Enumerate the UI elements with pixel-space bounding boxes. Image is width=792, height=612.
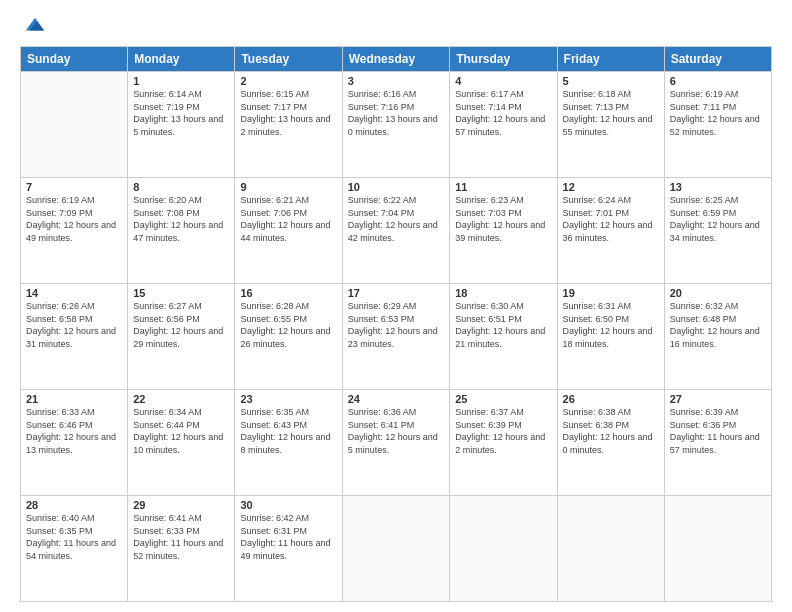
calendar-cell: 5Sunrise: 6:18 AMSunset: 7:13 PMDaylight… xyxy=(557,72,664,178)
day-info: Sunrise: 6:29 AMSunset: 6:53 PMDaylight:… xyxy=(348,300,445,350)
day-number: 23 xyxy=(240,393,336,405)
day-number: 11 xyxy=(455,181,551,193)
weekday-header: Sunday xyxy=(21,47,128,72)
day-number: 13 xyxy=(670,181,766,193)
calendar-week-row: 7Sunrise: 6:19 AMSunset: 7:09 PMDaylight… xyxy=(21,178,772,284)
day-number: 12 xyxy=(563,181,659,193)
calendar-cell: 15Sunrise: 6:27 AMSunset: 6:56 PMDayligh… xyxy=(128,284,235,390)
day-number: 22 xyxy=(133,393,229,405)
day-number: 20 xyxy=(670,287,766,299)
day-info: Sunrise: 6:39 AMSunset: 6:36 PMDaylight:… xyxy=(670,406,766,456)
weekday-header: Monday xyxy=(128,47,235,72)
day-number: 25 xyxy=(455,393,551,405)
day-number: 2 xyxy=(240,75,336,87)
day-info: Sunrise: 6:37 AMSunset: 6:39 PMDaylight:… xyxy=(455,406,551,456)
calendar-cell xyxy=(450,496,557,602)
day-number: 8 xyxy=(133,181,229,193)
calendar-week-row: 21Sunrise: 6:33 AMSunset: 6:46 PMDayligh… xyxy=(21,390,772,496)
calendar-week-row: 1Sunrise: 6:14 AMSunset: 7:19 PMDaylight… xyxy=(21,72,772,178)
calendar-cell: 18Sunrise: 6:30 AMSunset: 6:51 PMDayligh… xyxy=(450,284,557,390)
calendar-cell: 14Sunrise: 6:26 AMSunset: 6:58 PMDayligh… xyxy=(21,284,128,390)
day-number: 21 xyxy=(26,393,122,405)
weekday-header: Friday xyxy=(557,47,664,72)
day-info: Sunrise: 6:20 AMSunset: 7:08 PMDaylight:… xyxy=(133,194,229,244)
logo xyxy=(20,18,46,36)
calendar-cell: 2Sunrise: 6:15 AMSunset: 7:17 PMDaylight… xyxy=(235,72,342,178)
calendar-cell: 23Sunrise: 6:35 AMSunset: 6:43 PMDayligh… xyxy=(235,390,342,496)
day-info: Sunrise: 6:34 AMSunset: 6:44 PMDaylight:… xyxy=(133,406,229,456)
day-number: 30 xyxy=(240,499,336,511)
weekday-header: Saturday xyxy=(664,47,771,72)
day-number: 28 xyxy=(26,499,122,511)
day-info: Sunrise: 6:42 AMSunset: 6:31 PMDaylight:… xyxy=(240,512,336,562)
calendar-cell: 6Sunrise: 6:19 AMSunset: 7:11 PMDaylight… xyxy=(664,72,771,178)
calendar-cell xyxy=(557,496,664,602)
day-number: 18 xyxy=(455,287,551,299)
calendar-cell: 9Sunrise: 6:21 AMSunset: 7:06 PMDaylight… xyxy=(235,178,342,284)
calendar-cell: 10Sunrise: 6:22 AMSunset: 7:04 PMDayligh… xyxy=(342,178,450,284)
day-info: Sunrise: 6:25 AMSunset: 6:59 PMDaylight:… xyxy=(670,194,766,244)
calendar-cell: 16Sunrise: 6:28 AMSunset: 6:55 PMDayligh… xyxy=(235,284,342,390)
calendar-cell xyxy=(21,72,128,178)
day-number: 3 xyxy=(348,75,445,87)
calendar-cell: 19Sunrise: 6:31 AMSunset: 6:50 PMDayligh… xyxy=(557,284,664,390)
calendar-cell: 21Sunrise: 6:33 AMSunset: 6:46 PMDayligh… xyxy=(21,390,128,496)
day-info: Sunrise: 6:35 AMSunset: 6:43 PMDaylight:… xyxy=(240,406,336,456)
day-info: Sunrise: 6:23 AMSunset: 7:03 PMDaylight:… xyxy=(455,194,551,244)
calendar-cell: 12Sunrise: 6:24 AMSunset: 7:01 PMDayligh… xyxy=(557,178,664,284)
day-number: 6 xyxy=(670,75,766,87)
day-info: Sunrise: 6:16 AMSunset: 7:16 PMDaylight:… xyxy=(348,88,445,138)
weekday-header: Thursday xyxy=(450,47,557,72)
day-info: Sunrise: 6:18 AMSunset: 7:13 PMDaylight:… xyxy=(563,88,659,138)
calendar-cell: 29Sunrise: 6:41 AMSunset: 6:33 PMDayligh… xyxy=(128,496,235,602)
page-header xyxy=(20,18,772,36)
calendar-week-row: 28Sunrise: 6:40 AMSunset: 6:35 PMDayligh… xyxy=(21,496,772,602)
day-info: Sunrise: 6:21 AMSunset: 7:06 PMDaylight:… xyxy=(240,194,336,244)
calendar-header-row: SundayMondayTuesdayWednesdayThursdayFrid… xyxy=(21,47,772,72)
calendar-cell: 30Sunrise: 6:42 AMSunset: 6:31 PMDayligh… xyxy=(235,496,342,602)
day-number: 14 xyxy=(26,287,122,299)
day-info: Sunrise: 6:28 AMSunset: 6:55 PMDaylight:… xyxy=(240,300,336,350)
day-number: 26 xyxy=(563,393,659,405)
calendar-cell: 26Sunrise: 6:38 AMSunset: 6:38 PMDayligh… xyxy=(557,390,664,496)
day-number: 29 xyxy=(133,499,229,511)
day-number: 9 xyxy=(240,181,336,193)
day-info: Sunrise: 6:19 AMSunset: 7:11 PMDaylight:… xyxy=(670,88,766,138)
weekday-header: Wednesday xyxy=(342,47,450,72)
day-info: Sunrise: 6:36 AMSunset: 6:41 PMDaylight:… xyxy=(348,406,445,456)
weekday-header: Tuesday xyxy=(235,47,342,72)
calendar-cell xyxy=(664,496,771,602)
day-info: Sunrise: 6:19 AMSunset: 7:09 PMDaylight:… xyxy=(26,194,122,244)
day-info: Sunrise: 6:41 AMSunset: 6:33 PMDaylight:… xyxy=(133,512,229,562)
calendar-cell: 22Sunrise: 6:34 AMSunset: 6:44 PMDayligh… xyxy=(128,390,235,496)
day-info: Sunrise: 6:40 AMSunset: 6:35 PMDaylight:… xyxy=(26,512,122,562)
day-number: 5 xyxy=(563,75,659,87)
calendar-cell: 13Sunrise: 6:25 AMSunset: 6:59 PMDayligh… xyxy=(664,178,771,284)
day-number: 10 xyxy=(348,181,445,193)
day-info: Sunrise: 6:17 AMSunset: 7:14 PMDaylight:… xyxy=(455,88,551,138)
day-info: Sunrise: 6:32 AMSunset: 6:48 PMDaylight:… xyxy=(670,300,766,350)
day-number: 17 xyxy=(348,287,445,299)
calendar-cell: 20Sunrise: 6:32 AMSunset: 6:48 PMDayligh… xyxy=(664,284,771,390)
day-info: Sunrise: 6:33 AMSunset: 6:46 PMDaylight:… xyxy=(26,406,122,456)
day-info: Sunrise: 6:14 AMSunset: 7:19 PMDaylight:… xyxy=(133,88,229,138)
logo-icon xyxy=(24,14,46,36)
calendar-cell: 25Sunrise: 6:37 AMSunset: 6:39 PMDayligh… xyxy=(450,390,557,496)
day-info: Sunrise: 6:15 AMSunset: 7:17 PMDaylight:… xyxy=(240,88,336,138)
calendar-cell: 4Sunrise: 6:17 AMSunset: 7:14 PMDaylight… xyxy=(450,72,557,178)
calendar-cell: 8Sunrise: 6:20 AMSunset: 7:08 PMDaylight… xyxy=(128,178,235,284)
day-number: 24 xyxy=(348,393,445,405)
day-number: 16 xyxy=(240,287,336,299)
day-info: Sunrise: 6:26 AMSunset: 6:58 PMDaylight:… xyxy=(26,300,122,350)
calendar-cell: 17Sunrise: 6:29 AMSunset: 6:53 PMDayligh… xyxy=(342,284,450,390)
day-info: Sunrise: 6:27 AMSunset: 6:56 PMDaylight:… xyxy=(133,300,229,350)
calendar-cell: 11Sunrise: 6:23 AMSunset: 7:03 PMDayligh… xyxy=(450,178,557,284)
calendar-cell xyxy=(342,496,450,602)
day-info: Sunrise: 6:22 AMSunset: 7:04 PMDaylight:… xyxy=(348,194,445,244)
day-info: Sunrise: 6:30 AMSunset: 6:51 PMDaylight:… xyxy=(455,300,551,350)
calendar-table: SundayMondayTuesdayWednesdayThursdayFrid… xyxy=(20,46,772,602)
calendar-cell: 28Sunrise: 6:40 AMSunset: 6:35 PMDayligh… xyxy=(21,496,128,602)
day-number: 27 xyxy=(670,393,766,405)
calendar-cell: 3Sunrise: 6:16 AMSunset: 7:16 PMDaylight… xyxy=(342,72,450,178)
day-info: Sunrise: 6:24 AMSunset: 7:01 PMDaylight:… xyxy=(563,194,659,244)
